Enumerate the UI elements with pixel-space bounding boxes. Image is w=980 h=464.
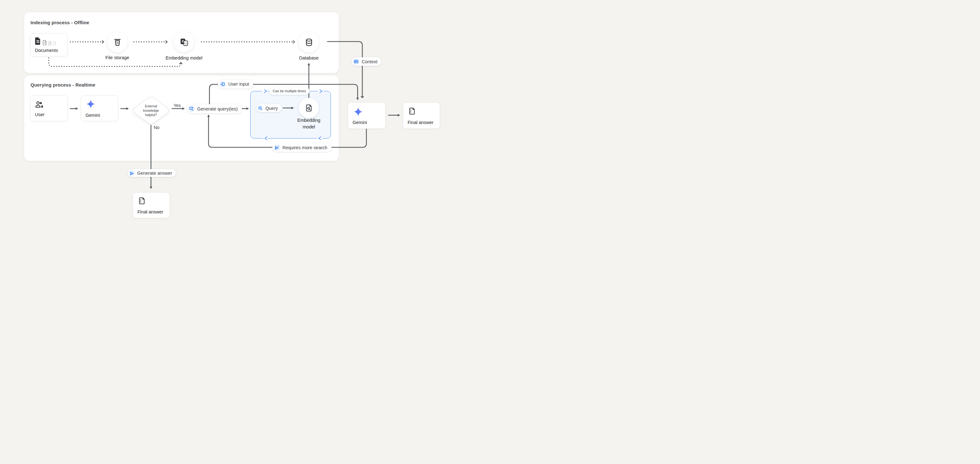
context-icon — [353, 59, 359, 65]
requires-more-search-badge: Requires more search — [272, 143, 331, 152]
generate-answer-label: Generate answer — [137, 171, 172, 175]
final-answer-right-node: Final answer — [403, 102, 440, 129]
gemini-left-label: Gemini — [86, 113, 100, 118]
gemini-right-label: Gemini — [353, 120, 367, 125]
context-badge: Context — [352, 57, 381, 66]
embedding-model-top-label: Embedding model — [166, 56, 202, 61]
embedding-model-bottom-label-1: Embedding — [297, 118, 320, 123]
embedding-translate-icon: A 0,1 — [180, 38, 188, 46]
no-edge-label: No — [154, 125, 159, 130]
user-label: User — [35, 112, 45, 117]
documents-node: Documents — [30, 33, 68, 56]
generate-query-label: Generate query(ies) — [197, 107, 238, 112]
document-search-icon — [305, 104, 313, 112]
gemini-right-node: Gemini — [348, 102, 386, 129]
decision-text: External knowledge helpful? — [131, 96, 171, 126]
file-storage-label: File storage — [105, 55, 129, 60]
gemini-icon — [86, 99, 95, 109]
embedding-model-bottom-label-2: model — [302, 124, 315, 129]
documents-label: Documents — [35, 48, 58, 53]
send-icon — [129, 170, 135, 176]
database-node — [299, 32, 319, 53]
user-input-icon — [219, 81, 226, 88]
rag-architecture-diagram: Indexing process - Offline Querying proc… — [0, 0, 490, 232]
user-input-badge: User input — [218, 80, 253, 88]
database-label: Database — [299, 56, 318, 61]
documents-icon — [35, 37, 56, 45]
decision-external-knowledge: External knowledge helpful? — [131, 96, 171, 126]
requires-more-search-label: Requires more search — [282, 145, 328, 150]
final-answer-doc-icon — [138, 197, 146, 205]
final-answer-doc-icon — [408, 107, 416, 115]
indexing-section-title: Indexing process - Offline — [30, 20, 89, 25]
query-step: Query — [256, 104, 282, 112]
final-answer-bottom-label: Final answer — [137, 209, 163, 214]
final-answer-bottom-node: Final answer — [133, 192, 170, 218]
generate-query-step: Generate query(ies) — [187, 104, 242, 113]
send-sparkle-icon — [274, 145, 280, 151]
database-icon — [305, 38, 313, 46]
querying-section-title: Querying process - Realtime — [30, 82, 95, 88]
user-node: User — [30, 96, 68, 121]
gemini-left-node: Gemini — [81, 96, 118, 121]
generate-answer-badge: Generate answer — [128, 169, 176, 177]
final-answer-right-label: Final answer — [407, 120, 433, 125]
file-storage-node — [107, 32, 128, 53]
embedding-model-bottom-node — [299, 98, 319, 118]
svg-text:0,1: 0,1 — [184, 42, 187, 44]
edge-database-context-to-gemini — [327, 41, 362, 97]
embedding-model-top-node: A 0,1 — [173, 32, 194, 52]
query-label: Query — [266, 106, 278, 111]
context-badge-label: Context — [362, 59, 377, 64]
can-be-multiple-times-note: Can be multiple times — [269, 87, 309, 95]
gemini-icon — [353, 107, 363, 117]
search-sparkle-icon — [188, 105, 195, 112]
user-input-label: User input — [228, 81, 249, 86]
user-icon — [35, 100, 43, 108]
search-icon — [257, 105, 263, 111]
edge-gemini-loop-to-generatequery — [208, 117, 366, 147]
storage-bucket-icon — [113, 38, 122, 46]
yes-edge-label: Yes — [173, 103, 181, 108]
